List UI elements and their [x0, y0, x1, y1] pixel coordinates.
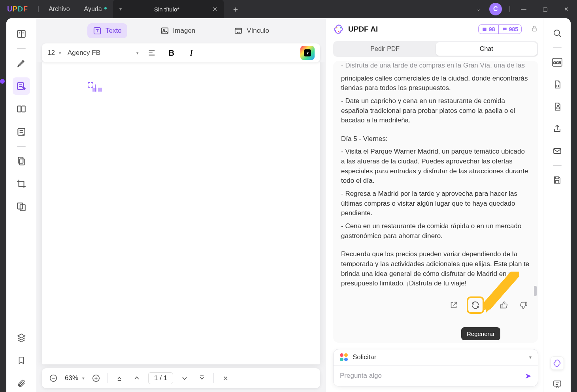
- svg-rect-4: [18, 128, 25, 135]
- font-size-select[interactable]: 12▾: [47, 49, 61, 57]
- ocr-icon[interactable]: OCR: [549, 54, 565, 70]
- svg-rect-18: [483, 28, 486, 31]
- tab-image[interactable]: Imagen: [155, 23, 201, 38]
- regenerate-button[interactable]: [467, 296, 484, 314]
- svg-point-15: [336, 27, 338, 28]
- svg-rect-28: [554, 381, 561, 386]
- document-tab[interactable]: ▾ Sin título* ✕: [113, 0, 224, 18]
- save-icon[interactable]: [549, 172, 565, 188]
- left-toolbar: [6, 18, 36, 392]
- svg-point-21: [554, 30, 560, 36]
- chat-panel-icon[interactable]: [549, 376, 565, 392]
- window-chevron-icon[interactable]: ⌄: [477, 6, 481, 12]
- menu-file[interactable]: Archivo: [41, 6, 77, 13]
- layers-icon[interactable]: [13, 329, 30, 346]
- tab-link[interactable]: Vínculo: [228, 23, 275, 38]
- svg-rect-1: [17, 83, 23, 89]
- highlighter-icon[interactable]: [13, 54, 30, 72]
- app-logo: UPDF: [0, 5, 35, 13]
- user-avatar[interactable]: C: [489, 3, 502, 15]
- ai-input-area: Solicitar ▾ ➤: [333, 349, 538, 386]
- ai-toggle-icon[interactable]: [551, 356, 564, 370]
- minimize-button[interactable]: —: [513, 0, 534, 18]
- attachment-icon[interactable]: [13, 375, 30, 392]
- tab-chat[interactable]: Chat: [436, 42, 537, 56]
- credit-badges[interactable]: 98 985: [478, 24, 522, 34]
- svg-point-16: [340, 27, 341, 28]
- convert-icon[interactable]: [549, 77, 565, 92]
- protect-icon[interactable]: [549, 99, 565, 114]
- align-button[interactable]: [145, 46, 158, 60]
- preset-dots-icon: [340, 353, 348, 361]
- prev-page-button[interactable]: [131, 372, 143, 384]
- thumbs-up-button[interactable]: [497, 298, 511, 312]
- chevron-down-icon: ▾: [529, 354, 532, 360]
- page-indicator[interactable]: 1 / 1: [148, 372, 173, 384]
- tab-ask-pdf[interactable]: Pedir PDF: [334, 42, 436, 56]
- ai-mode-tabs: Pedir PDF Chat: [333, 41, 538, 57]
- export-button[interactable]: [447, 298, 460, 312]
- svg-rect-5: [18, 157, 23, 163]
- svg-rect-2: [17, 106, 21, 112]
- svg-rect-12: [235, 28, 242, 34]
- prompt-presets[interactable]: Solicitar ▾: [334, 349, 538, 366]
- form-icon[interactable]: [13, 123, 30, 141]
- share-icon[interactable]: [549, 121, 565, 137]
- watermark-icon[interactable]: [13, 198, 30, 216]
- edit-text-icon[interactable]: [13, 77, 30, 95]
- svg-point-17: [338, 31, 339, 32]
- svg-rect-19: [532, 28, 536, 31]
- zoom-select[interactable]: 63%▾: [65, 374, 85, 382]
- reader-icon[interactable]: [13, 25, 30, 43]
- separator: |: [35, 6, 41, 13]
- insert-tabs: Texto Imagen Vínculo: [36, 18, 326, 43]
- svg-rect-10: [161, 28, 168, 34]
- status-bar: 63%▾ 1 / 1 ✕: [42, 368, 320, 388]
- font-family-select[interactable]: Agency FB▾: [68, 49, 139, 57]
- ai-logo-icon: [333, 24, 344, 35]
- last-page-button[interactable]: [196, 372, 208, 384]
- svg-rect-24: [557, 107, 559, 109]
- thumbs-down-button[interactable]: [517, 298, 530, 312]
- editor-area: Texto Imagen Vínculo 12▾ Agency FB▾ B I …: [36, 18, 326, 392]
- lock-icon[interactable]: [530, 24, 538, 34]
- title-bar: UPDF | Archivo Ayuda ▾ Sin título* ✕ ＋ ⌄…: [0, 0, 577, 18]
- right-toolbar: OCR: [543, 18, 571, 392]
- ai-panel: UPDF AI 98 985 Pedir PDF Chat - Disfruta…: [326, 18, 543, 392]
- organize-icon[interactable]: [13, 152, 30, 170]
- svg-rect-3: [22, 106, 25, 112]
- search-icon[interactable]: [549, 25, 565, 41]
- tab-text[interactable]: Texto: [87, 23, 127, 38]
- regenerate-tooltip: Regenerar: [461, 327, 500, 340]
- zoom-out-button[interactable]: [47, 372, 59, 384]
- menu-help[interactable]: Ayuda: [77, 6, 109, 13]
- bookmark-icon[interactable]: [13, 352, 30, 369]
- email-icon[interactable]: [549, 143, 565, 159]
- pages-icon[interactable]: [13, 100, 30, 118]
- new-tab-button[interactable]: ＋: [224, 4, 247, 15]
- chat-input[interactable]: [340, 372, 525, 380]
- format-bar: 12▾ Agency FB▾ B I ▾: [42, 43, 320, 62]
- bold-button[interactable]: B: [165, 46, 178, 60]
- zoom-in-button[interactable]: [90, 372, 102, 384]
- next-page-button[interactable]: [179, 372, 190, 384]
- close-window-button[interactable]: ✕: [556, 0, 577, 18]
- tab-title: Sin título*: [122, 6, 212, 13]
- crop-icon[interactable]: [13, 175, 30, 193]
- color-picker[interactable]: ▾: [300, 46, 315, 60]
- document-page[interactable]: [42, 62, 320, 364]
- scrollbar-thumb[interactable]: [534, 286, 537, 296]
- close-bar-button[interactable]: ✕: [219, 372, 231, 384]
- italic-button[interactable]: I: [185, 46, 198, 60]
- maximize-button[interactable]: ▢: [534, 0, 556, 18]
- svg-text:OCR: OCR: [553, 61, 562, 65]
- send-button[interactable]: ➤: [525, 371, 532, 381]
- edge-handle[interactable]: [0, 79, 5, 84]
- svg-rect-25: [554, 148, 561, 154]
- ai-title: UPDF AI: [348, 25, 378, 34]
- text-cursor-widget: [88, 82, 102, 93]
- tab-close-icon[interactable]: ✕: [212, 6, 217, 13]
- first-page-button[interactable]: [113, 372, 125, 384]
- ai-message: - Disfruta de una tarde de compras en la…: [333, 61, 538, 343]
- svg-rect-26: [556, 177, 559, 179]
